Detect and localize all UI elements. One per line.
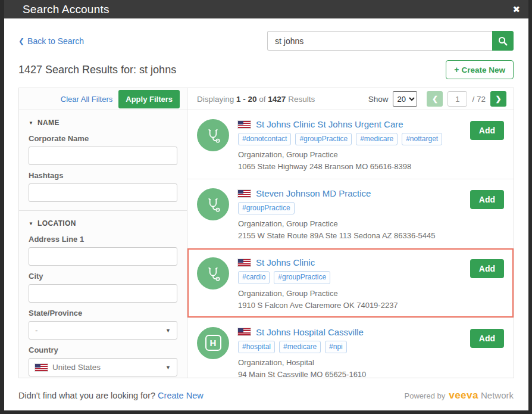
network-label: Network [481,390,514,400]
footer-create-new-link[interactable]: Create New [158,391,204,400]
result-body: St Johns Clinic St Johns Urgent Care #do… [238,119,463,171]
result-row: H St Johns Hospital Cassville #hospital … [187,317,514,378]
modal-header: Search Accounts ✖ [4,0,528,18]
result-row-highlighted: St Johns Clinic #cardio #groupPractice O… [187,248,514,317]
hashtag-pill: #cardio [238,271,270,284]
add-button[interactable]: Add [470,190,504,209]
country-value: United States [52,363,101,372]
filter-field-hashtags: Hashtags [29,171,177,202]
country-select[interactable]: United States ▼ [29,358,177,376]
result-org-type: Organization, Group Practice [238,289,463,298]
result-address: 94 Main St Cassville MO 65625-1610 [238,370,463,378]
next-page-button[interactable]: ❯ [490,91,506,107]
result-address: 2155 W State Route 89A Ste 113 Sedona AZ… [238,231,463,240]
hospital-icon: H [205,335,221,351]
avatar: H [197,327,229,359]
apply-filters-button[interactable]: Apply Filters [118,90,180,108]
tag-row: #groupPractice [238,202,463,214]
add-button[interactable]: Add [470,259,504,278]
us-flag-icon [238,259,251,266]
search-group [267,31,514,51]
caret-down-icon: ▼ [29,120,33,126]
corporate-name-label: Corporate Name [29,134,177,143]
create-new-button[interactable]: + Create New [446,60,514,79]
plus-icon: + [454,65,459,74]
result-org-type: Organization, Group Practice [238,219,463,228]
filter-field-state-province: State/Province - ▼ [29,309,177,340]
city-input[interactable] [29,284,177,303]
result-name-link[interactable]: St Johns Hospital Cassville [256,327,364,337]
caret-down-icon: ▼ [29,221,33,226]
back-to-search-link[interactable]: ❮ Back to Search [18,36,84,46]
search-input[interactable] [267,31,492,51]
prev-page-button[interactable]: ❮ [427,91,443,107]
close-icon[interactable]: ✖ [512,5,520,14]
us-flag-icon [238,328,251,335]
displaying-range: 1 - 20 [236,95,257,104]
powered-by: Powered by veeva Network [405,390,514,401]
section-header-location[interactable]: ▼ LOCATION [29,219,177,228]
modal-title: Search Accounts [23,3,109,16]
result-org-type: Organization, Group Practice [238,150,463,159]
result-body: St Johns Clinic #cardio #groupPractice O… [238,257,463,309]
result-address: 1065 State Highway 248 Branson MO 65616-… [238,162,463,171]
content: Clear All Filters Apply Filters ▼ NAME C… [18,88,514,378]
hashtag-pill: #nottarget [402,133,442,145]
chevron-left-icon: ❮ [432,95,438,103]
search-icon [498,36,508,46]
filter-section-location: ▼ LOCATION Address Line 1 City State/Pro… [19,210,187,378]
stethoscope-icon [204,264,223,283]
caret-down-icon: ▼ [165,365,171,371]
state-province-select[interactable]: - ▼ [29,321,177,340]
result-row: Steven Johnson MD Practice #groupPractic… [187,179,514,248]
search-accounts-modal: Search Accounts ✖ ❮ Back to Search 1427 … [4,0,528,410]
filter-field-corporate-name: Corporate Name [29,134,177,165]
us-flag-icon [238,190,251,197]
hashtag-pill: #groupPractice [274,271,330,284]
hashtag-pill: #donotcontact [238,133,291,145]
search-button[interactable] [492,31,514,51]
result-name-link[interactable]: Steven Johnson MD Practice [256,188,371,198]
stethoscope-icon [204,126,223,145]
add-button[interactable]: Add [470,121,504,140]
state-province-value: - [35,326,38,335]
page-size-select[interactable]: 20 [393,91,417,107]
results-title: 1427 Search Results for: st johns [18,64,176,76]
hashtag-pill: #npi [325,341,347,353]
filter-toolbar: Clear All Filters Apply Filters [19,88,187,110]
filter-section-name: ▼ NAME Corporate Name Hashtags [19,110,187,210]
tag-row: #donotcontact #groupPractice #medicare #… [238,133,463,145]
result-body: St Johns Hospital Cassville #hospital #m… [238,327,463,378]
state-province-label: State/Province [29,309,177,317]
caret-down-icon: ▼ [165,328,171,334]
chevron-right-icon: ❯ [495,95,501,103]
address-line-1-input[interactable] [29,247,177,266]
veeva-logo: veeva [449,390,478,401]
chevron-left-icon: ❮ [18,37,24,45]
section-title: LOCATION [37,219,76,228]
hashtag-pill: #hospital [238,341,275,353]
avatar [197,257,229,290]
pager: Show 20 ❮ / 72 ❯ [368,91,506,107]
filter-sidebar: Clear All Filters Apply Filters ▼ NAME C… [19,88,187,378]
results-panel: Displaying 1 - 20 of 1427 Results Show 2… [187,88,514,378]
result-address: 1910 S Falcon Ave Claremore OK 74019-223… [238,301,463,310]
result-org-type: Organization, Hospital [238,358,463,367]
tag-row: #hospital #medicare #npi [238,341,463,353]
us-flag-icon [238,121,251,128]
result-name-link[interactable]: St Johns Clinic St Johns Urgent Care [256,119,403,129]
hashtags-input[interactable] [29,183,177,202]
footer-question: Didn't find what you are looking for? Cr… [18,391,204,400]
clear-all-filters-link[interactable]: Clear All Filters [61,95,112,104]
corporate-name-input[interactable] [29,147,177,165]
page-number-input[interactable] [447,91,467,107]
result-name-link[interactable]: St Johns Clinic [256,257,315,267]
section-title: NAME [37,119,60,127]
results-toolbar: Displaying 1 - 20 of 1427 Results Show 2… [187,88,514,110]
hashtag-pill: #medicare [279,341,321,353]
result-row: St Johns Clinic St Johns Urgent Care #do… [187,110,514,179]
section-header-name[interactable]: ▼ NAME [29,119,177,127]
results-header: 1427 Search Results for: st johns + Crea… [4,55,528,86]
add-button[interactable]: Add [470,329,504,348]
displaying-text: Displaying 1 - 20 of 1427 Results [197,95,315,104]
